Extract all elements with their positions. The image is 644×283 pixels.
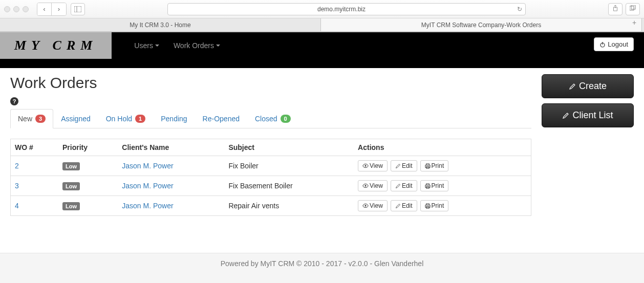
col-actions: Actions <box>354 139 531 156</box>
logout-label: Logout <box>608 40 628 48</box>
browser-toolbar: ‹ › demo.myitcrm.biz ↻ <box>0 0 644 18</box>
url-bar[interactable]: demo.myitcrm.biz ↻ <box>167 3 526 15</box>
tab-label: Assigned <box>61 115 91 123</box>
subject-cell: Fix Basement Boiler <box>224 176 354 196</box>
nav-users-label: Users <box>134 41 153 50</box>
app-navbar: MY CRM Users Work Orders Logout <box>0 32 644 68</box>
nav-menu: Users Work Orders <box>127 32 227 59</box>
forward-button[interactable]: › <box>52 3 66 15</box>
print-button[interactable]: Print <box>420 180 449 191</box>
minimize-window-icon[interactable] <box>13 6 19 12</box>
browser-tab-bar: My It CRM 3.0 - Home MyIT CRM Software C… <box>0 18 644 32</box>
edit-button[interactable]: Edit <box>391 180 417 191</box>
table-row: 4LowJason M. PowerRepair Air ventsViewEd… <box>11 196 531 216</box>
client-link[interactable]: Jason M. Power <box>122 182 173 190</box>
view-button[interactable]: View <box>358 200 388 211</box>
view-button[interactable]: View <box>358 160 388 171</box>
url-text: demo.myitcrm.biz <box>317 6 366 13</box>
nav-back-forward: ‹ › <box>37 3 67 16</box>
col-priority: Priority <box>58 139 118 156</box>
svg-rect-4 <box>630 6 634 10</box>
edit-button[interactable]: Edit <box>391 200 417 211</box>
print-button[interactable]: Print <box>420 160 449 171</box>
chevron-down-icon <box>216 45 220 47</box>
subject-cell: Repair Air vents <box>224 196 354 216</box>
col-wo: WO # <box>11 139 59 156</box>
tab-onhold[interactable]: On Hold1 <box>98 109 153 128</box>
browser-chrome: ‹ › demo.myitcrm.biz ↻ My It CRM 3.0 - H… <box>0 0 644 32</box>
print-icon <box>425 203 431 209</box>
tab-new[interactable]: New3 <box>10 109 53 128</box>
new-tab-button[interactable]: + <box>627 18 642 27</box>
tab-assigned[interactable]: Assigned <box>53 109 98 128</box>
svg-rect-0 <box>74 6 81 12</box>
tab-label: My It CRM 3.0 - Home <box>130 21 190 29</box>
badge: 1 <box>135 115 145 123</box>
print-icon <box>425 163 431 169</box>
tab-label: Pending <box>161 115 187 123</box>
tabs-button[interactable] <box>626 3 640 15</box>
share-icon <box>612 5 618 11</box>
work-orders-table: WO # Priority Client's Name Subject Acti… <box>10 139 531 216</box>
print-button[interactable]: Print <box>420 200 449 211</box>
back-button[interactable]: ‹ <box>37 3 52 15</box>
nav-work-orders[interactable]: Work Orders <box>166 41 227 50</box>
status-tabs: New3AssignedOn Hold1PendingRe-OpenedClos… <box>10 108 531 128</box>
page-title: Work Orders <box>10 74 531 92</box>
pencil-icon <box>395 203 401 209</box>
logout-button[interactable]: Logout <box>594 37 634 51</box>
badge: 0 <box>281 115 291 123</box>
priority-badge: Low <box>62 182 80 190</box>
wo-link[interactable]: 4 <box>15 202 19 210</box>
tab-work-orders[interactable]: MyIT CRM Software Company-Work Orders <box>321 18 642 31</box>
help-icon[interactable]: ? <box>10 97 18 105</box>
pencil-icon <box>562 112 569 119</box>
subject-cell: Fix Boiler <box>224 156 354 176</box>
svg-point-19 <box>365 205 367 207</box>
eye-icon <box>362 203 369 208</box>
logo[interactable]: MY CRM <box>0 32 112 59</box>
tab-label: Re-Opened <box>203 115 240 123</box>
eye-icon <box>362 163 369 168</box>
client-link[interactable]: Jason M. Power <box>122 162 173 170</box>
svg-point-9 <box>365 165 367 167</box>
client-list-button[interactable]: Client List <box>542 103 634 127</box>
svg-point-14 <box>365 185 367 187</box>
pencil-icon <box>569 83 576 90</box>
pencil-icon <box>395 183 401 189</box>
tab-home[interactable]: My It CRM 3.0 - Home <box>0 18 321 31</box>
wo-link[interactable]: 2 <box>15 162 19 170</box>
logo-text: MY CRM <box>14 38 97 53</box>
maximize-window-icon[interactable] <box>23 6 29 12</box>
tab-closed[interactable]: Closed0 <box>247 109 298 128</box>
tab-label: Closed <box>255 115 277 123</box>
chevron-down-icon <box>155 45 159 47</box>
col-client: Client's Name <box>118 139 224 156</box>
reload-icon[interactable]: ↻ <box>517 6 522 13</box>
tab-pending[interactable]: Pending <box>153 109 195 128</box>
view-button[interactable]: View <box>358 180 388 191</box>
edit-button[interactable]: Edit <box>391 160 417 171</box>
footer-text: Powered by MyIT CRM © 2010 - 2017 - v2.0… <box>221 259 424 268</box>
wo-link[interactable]: 3 <box>15 182 19 190</box>
svg-rect-5 <box>631 5 635 9</box>
create-label: Create <box>579 81 607 92</box>
badge: 3 <box>35 115 46 123</box>
tabs-icon <box>630 5 636 11</box>
pencil-icon <box>395 163 401 169</box>
priority-badge: Low <box>62 162 80 170</box>
sidebar-toggle-button[interactable] <box>71 3 85 15</box>
footer: Powered by MyIT CRM © 2010 - 2017 - v2.0… <box>0 253 644 283</box>
nav-work-orders-label: Work Orders <box>174 41 214 50</box>
table-row: 3LowJason M. PowerFix Basement BoilerVie… <box>11 176 531 196</box>
create-button[interactable]: Create <box>542 74 634 98</box>
print-icon <box>425 183 431 189</box>
close-window-icon[interactable] <box>4 6 10 12</box>
client-list-label: Client List <box>572 110 613 121</box>
client-link[interactable]: Jason M. Power <box>122 202 173 210</box>
tab-label: New <box>18 115 32 123</box>
tab-reopened[interactable]: Re-Opened <box>195 109 247 128</box>
col-subject: Subject <box>224 139 354 156</box>
nav-users[interactable]: Users <box>127 41 166 50</box>
share-button[interactable] <box>608 3 622 15</box>
